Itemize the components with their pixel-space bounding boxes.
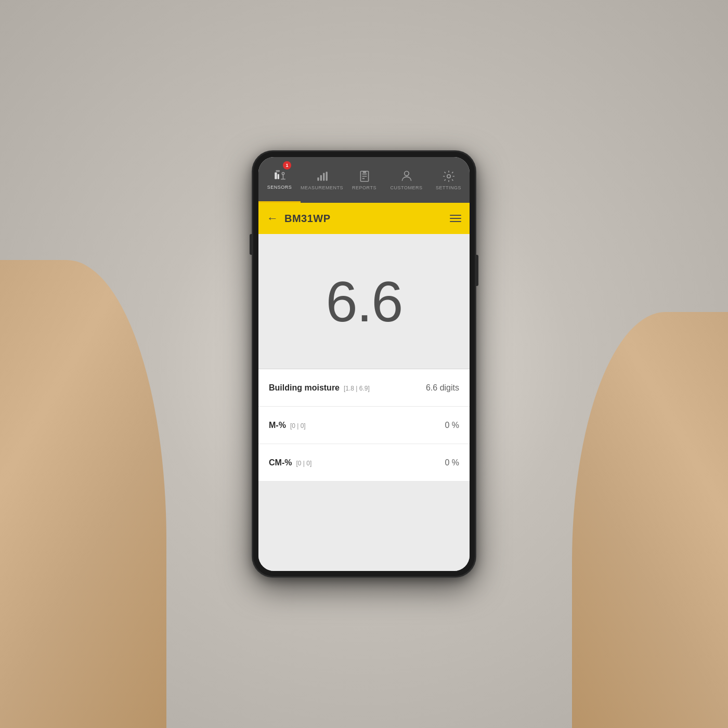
nav-tab-measurements[interactable]: MEASUREMENTS [301, 157, 343, 203]
table-row: CM-% [0 | 0] 0 % [258, 444, 470, 482]
measurements-label: MEASUREMENTS [301, 185, 343, 190]
svg-rect-1 [277, 174, 279, 179]
svg-rect-8 [323, 173, 324, 181]
data-section: Building moisture [1.8 | 6.9] 6.6 digits… [258, 369, 470, 482]
row-left-m-percent: M-% [0 | 0] [269, 421, 445, 430]
menu-line-3 [450, 221, 461, 222]
sensors-badge: 1 [283, 161, 291, 170]
reports-icon [358, 170, 371, 183]
page-header: ← BM31WP [258, 203, 470, 234]
svg-point-16 [447, 175, 450, 178]
svg-rect-9 [326, 172, 328, 180]
main-reading-value: 6.6 [326, 273, 402, 330]
svg-rect-14 [362, 171, 366, 173]
scene: 1 SENSORS [0, 0, 728, 728]
table-row: Building moisture [1.8 | 6.9] 6.6 digits [258, 369, 470, 407]
bottom-area [258, 482, 470, 571]
phone-screen: 1 SENSORS [258, 157, 470, 571]
nav-tab-reports[interactable]: REPORTS [343, 157, 385, 203]
svg-point-15 [404, 171, 409, 176]
building-moisture-label: Building moisture [269, 383, 340, 393]
sensors-label: SENSORS [267, 185, 292, 190]
menu-button[interactable] [450, 215, 461, 222]
svg-rect-0 [275, 172, 277, 179]
cm-percent-label: CM-% [269, 458, 292, 467]
svg-rect-2 [276, 170, 280, 172]
svg-rect-7 [320, 175, 322, 181]
cm-percent-range: [0 | 0] [296, 460, 311, 467]
customers-label: CUSTOMERS [391, 185, 423, 190]
table-row: M-% [0 | 0] 0 % [258, 407, 470, 444]
back-button[interactable]: ← [267, 212, 278, 225]
m-percent-range: [0 | 0] [290, 422, 306, 430]
menu-line-2 [450, 218, 461, 219]
settings-icon [442, 170, 456, 183]
svg-point-3 [282, 172, 284, 174]
reading-section: 6.6 [258, 234, 470, 369]
measurements-icon [315, 170, 329, 183]
nav-tab-settings[interactable]: SETTINGS [427, 157, 470, 203]
settings-label: SETTINGS [436, 185, 461, 190]
reports-label: REPORTS [352, 185, 376, 190]
nav-tab-sensors[interactable]: 1 SENSORS [258, 157, 301, 203]
building-moisture-value: 6.6 digits [426, 383, 459, 393]
svg-rect-6 [317, 177, 319, 181]
cm-percent-value: 0 % [445, 458, 459, 467]
nav-bar: 1 SENSORS [258, 157, 470, 203]
m-percent-label: M-% [269, 421, 286, 430]
row-left-cm-percent: CM-% [0 | 0] [269, 458, 445, 467]
sensors-icon [273, 169, 287, 183]
building-moisture-range: [1.8 | 6.9] [344, 385, 370, 392]
row-left-building-moisture: Building moisture [1.8 | 6.9] [269, 383, 426, 393]
page-title: BM31WP [284, 213, 450, 225]
menu-line-1 [450, 215, 461, 216]
phone-frame: 1 SENSORS [252, 151, 476, 577]
nav-tab-customers[interactable]: CUSTOMERS [385, 157, 427, 203]
m-percent-value: 0 % [445, 421, 459, 430]
customers-icon [400, 170, 413, 183]
